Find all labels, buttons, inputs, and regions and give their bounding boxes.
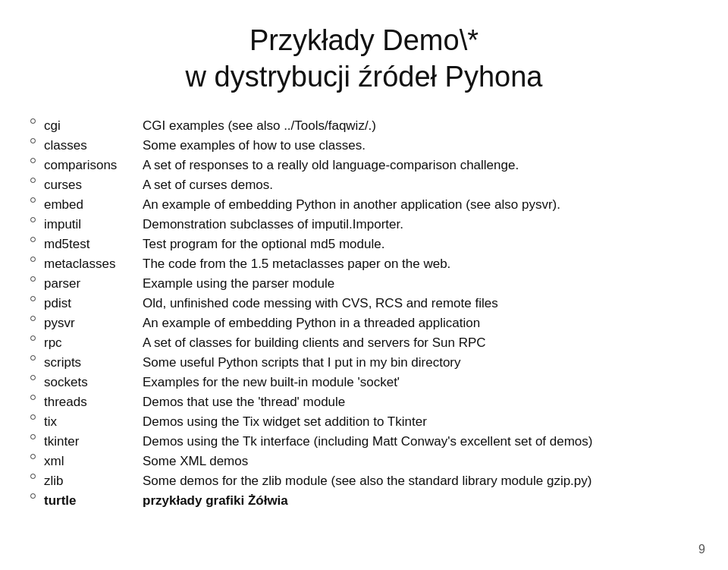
item-desc: An example of embedding Python in a thre… (143, 313, 698, 333)
item-name: parser (44, 274, 143, 294)
item-name: pdist (44, 294, 143, 313)
item-desc: An example of embedding Python in anothe… (143, 195, 698, 215)
item-name: md5test (44, 235, 143, 254)
bullet-icon (30, 197, 36, 203)
page-title: Przykłady Demo\* w dystrybucji źródeł Py… (30, 23, 698, 95)
bullet-icon (30, 316, 36, 321)
bullet-cell (30, 254, 44, 274)
bullet-cell (30, 452, 44, 471)
content-table: cgiCGI examples (see also ../Tools/faqwi… (30, 116, 698, 511)
item-name: rpc (44, 333, 143, 353)
item-desc: Test program for the optional md5 module… (143, 235, 698, 254)
list-item: rpcA set of classes for building clients… (30, 333, 698, 353)
bullet-icon (30, 474, 36, 479)
item-name: imputil (44, 215, 143, 235)
item-desc: Old, unfinished code messing with CVS, R… (143, 294, 698, 313)
item-desc: Demos that use the 'thread' module (143, 392, 698, 412)
item-name: tix (44, 412, 143, 432)
item-desc: Example using the parser module (143, 274, 698, 294)
item-desc: Some useful Python scripts that I put in… (143, 353, 698, 373)
list-item: xmlSome XML demos (30, 452, 698, 471)
item-desc: Demos using the Tix widget set addition … (143, 412, 698, 432)
item-desc: Some demos for the zlib module (see also… (143, 471, 698, 491)
bullet-icon (30, 335, 36, 341)
bullet-icon (30, 118, 36, 124)
list-item: pdistOld, unfinished code messing with C… (30, 294, 698, 313)
bullet-icon (30, 276, 36, 282)
list-item: socketsExamples for the new built-in mod… (30, 373, 698, 392)
bullet-cell (30, 235, 44, 254)
list-item: zlibSome demos for the zlib module (see … (30, 471, 698, 491)
bullet-icon (30, 257, 36, 262)
item-desc: CGI examples (see also ../Tools/faqwiz/.… (143, 116, 698, 136)
bullet-icon (30, 414, 36, 420)
bullet-cell (30, 392, 44, 412)
list-item: turtleprzykłady grafiki Żółwia (30, 491, 698, 511)
bullet-cell (30, 294, 44, 313)
item-name: scripts (44, 353, 143, 373)
list-item: parserExample using the parser module (30, 274, 698, 294)
item-name: metaclasses (44, 254, 143, 274)
list-item: classesSome examples of how to use class… (30, 136, 698, 156)
list-item: cursesA set of curses demos. (30, 175, 698, 195)
item-name: curses (44, 175, 143, 195)
list-item: scriptsSome useful Python scripts that I… (30, 353, 698, 373)
item-desc: A set of curses demos. (143, 175, 698, 195)
bullet-cell (30, 333, 44, 353)
item-desc: The code from the 1.5 metaclasses paper … (143, 254, 698, 274)
item-desc: Some examples of how to use classes. (143, 136, 698, 156)
item-desc: Demos using the Tk interface (including … (143, 432, 698, 452)
bullet-icon (30, 138, 36, 143)
item-desc: Demonstration subclasses of imputil.Impo… (143, 215, 698, 235)
item-name: threads (44, 392, 143, 412)
bullet-icon (30, 237, 36, 242)
bullet-cell (30, 373, 44, 392)
bullet-cell (30, 274, 44, 294)
item-desc: przykłady grafiki Żółwia (143, 491, 698, 511)
bullet-icon (30, 375, 36, 380)
list-item: metaclassesThe code from the 1.5 metacla… (30, 254, 698, 274)
item-desc: A set of responses to a really old langu… (143, 156, 698, 175)
item-name: pysvr (44, 313, 143, 333)
bullet-cell (30, 156, 44, 175)
bullet-icon (30, 355, 36, 361)
list-item: comparisonsA set of responses to a reall… (30, 156, 698, 175)
bullet-icon (30, 178, 36, 183)
bullet-icon (30, 434, 36, 439)
item-name: cgi (44, 116, 143, 136)
item-name: embed (44, 195, 143, 215)
bullet-cell (30, 215, 44, 235)
bullet-cell (30, 175, 44, 195)
list-item: cgiCGI examples (see also ../Tools/faqwi… (30, 116, 698, 136)
list-item: imputilDemonstration subclasses of imput… (30, 215, 698, 235)
list-item: threadsDemos that use the 'thread' modul… (30, 392, 698, 412)
bullet-cell (30, 491, 44, 511)
item-name: classes (44, 136, 143, 156)
bullet-icon (30, 493, 36, 499)
bullet-cell (30, 313, 44, 333)
list-item: embedAn example of embedding Python in a… (30, 195, 698, 215)
item-name: turtle (44, 491, 143, 511)
bullet-cell (30, 353, 44, 373)
bullet-icon (30, 296, 36, 301)
bullet-cell (30, 136, 44, 156)
bullet-icon (30, 158, 36, 163)
item-desc: Examples for the new built-in module 'so… (143, 373, 698, 392)
item-desc: A set of classes for building clients an… (143, 333, 698, 353)
bullet-cell (30, 412, 44, 432)
bullet-cell (30, 471, 44, 491)
item-name: tkinter (44, 432, 143, 452)
list-item: tkinterDemos using the Tk interface (inc… (30, 432, 698, 452)
page-number: 9 (698, 543, 705, 556)
bullet-cell (30, 432, 44, 452)
list-item: pysvrAn example of embedding Python in a… (30, 313, 698, 333)
bullet-cell (30, 195, 44, 215)
list-item: md5testTest program for the optional md5… (30, 235, 698, 254)
item-name: xml (44, 452, 143, 471)
item-name: comparisons (44, 156, 143, 175)
item-name: zlib (44, 471, 143, 491)
list-item: tixDemos using the Tix widget set additi… (30, 412, 698, 432)
bullet-icon (30, 217, 36, 222)
item-name: sockets (44, 373, 143, 392)
bullet-cell (30, 116, 44, 136)
